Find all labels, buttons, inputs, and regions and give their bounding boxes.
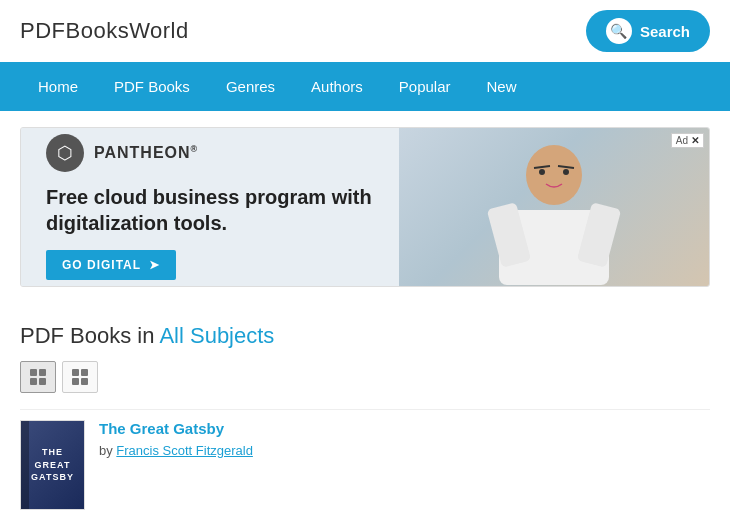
ad-text: ⬡ PANTHEON® Free cloud business program …: [21, 128, 399, 286]
grid-icon: [72, 369, 88, 385]
search-icon: [606, 18, 632, 44]
nav-new[interactable]: New: [468, 62, 534, 111]
svg-point-5: [563, 169, 569, 175]
go-digital-button[interactable]: GO DIGITAL ➤: [46, 250, 176, 280]
ad-banner: ⬡ PANTHEON® Free cloud business program …: [20, 127, 710, 287]
view-toggle: [20, 361, 710, 393]
nav-authors[interactable]: Authors: [293, 62, 381, 111]
ad-person-image: [399, 128, 709, 286]
grid-view-button[interactable]: [62, 361, 98, 393]
navbar: Home PDF Books Genres Authors Popular Ne…: [0, 62, 730, 111]
book-author-link[interactable]: Francis Scott Fitzgerald: [116, 443, 253, 458]
svg-point-0: [526, 145, 582, 205]
list-icon: [30, 369, 46, 385]
books-section: PDF Books in All Subjects THE GREATGATSB…: [0, 303, 730, 515]
ad-label: Ad ✕: [671, 133, 704, 148]
site-logo: PDFBooksWorld: [20, 18, 189, 44]
ad-brand: PANTHEON®: [94, 144, 198, 162]
header: PDFBooksWorld Search: [0, 0, 730, 62]
book-cover: THE GREATGATSBY: [20, 420, 85, 510]
pantheon-icon: ⬡: [46, 134, 84, 172]
ad-close-button[interactable]: ✕: [691, 135, 699, 146]
book-title-link[interactable]: The Great Gatsby: [99, 420, 710, 437]
search-button[interactable]: Search: [586, 10, 710, 52]
ad-headline: Free cloud business program with digital…: [46, 184, 374, 236]
ad-logo-row: ⬡ PANTHEON®: [46, 134, 374, 172]
nav-genres[interactable]: Genres: [208, 62, 293, 111]
list-view-button[interactable]: [20, 361, 56, 393]
arrow-icon: ➤: [149, 258, 160, 272]
table-row: THE GREATGATSBY The Great Gatsby by Fran…: [20, 410, 710, 515]
section-title: PDF Books in All Subjects: [20, 323, 710, 349]
nav-pdf-books[interactable]: PDF Books: [96, 62, 208, 111]
book-info: The Great Gatsby by Francis Scott Fitzge…: [99, 420, 710, 459]
nav-home[interactable]: Home: [20, 62, 96, 111]
book-list: THE GREATGATSBY The Great Gatsby by Fran…: [20, 409, 710, 515]
nav-popular[interactable]: Popular: [381, 62, 469, 111]
ad-image: [399, 128, 709, 286]
svg-point-4: [539, 169, 545, 175]
